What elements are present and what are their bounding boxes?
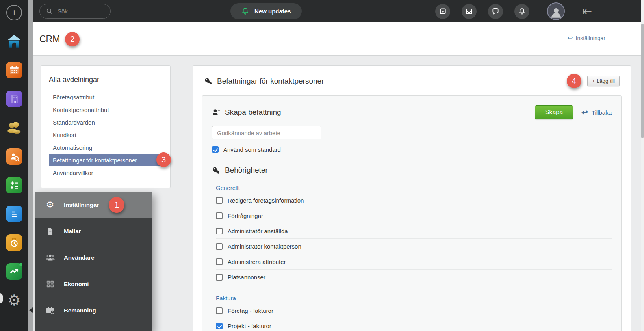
main-header: Befattningar för kontaktpersoner 4 + Läg… bbox=[193, 66, 631, 94]
step-badge-4: 4 bbox=[567, 74, 581, 88]
app-calendar[interactable] bbox=[5, 61, 23, 79]
permission-checkbox[interactable] bbox=[216, 258, 223, 265]
departments-panel: Alla avdelningar Företagsattribut Kontak… bbox=[41, 65, 171, 188]
global-search[interactable] bbox=[39, 4, 111, 19]
menu-item-installningar[interactable]: ⚙ Inställningar 1 bbox=[35, 192, 152, 218]
app-home[interactable] bbox=[5, 32, 23, 50]
active-app-indicator bbox=[0, 293, 3, 303]
permission-row: Administrera attributer bbox=[216, 254, 612, 270]
permission-row: Administratör kontaktperson bbox=[216, 239, 612, 254]
scrollbar-thumb[interactable] bbox=[641, 24, 644, 138]
search-input[interactable] bbox=[58, 8, 101, 15]
briefcase-clock-icon bbox=[45, 306, 55, 314]
app-documents[interactable] bbox=[5, 205, 23, 223]
permission-label: Administrera attributer bbox=[228, 258, 286, 265]
step-badge-3: 3 bbox=[156, 152, 171, 167]
sidebar-item-automatisering[interactable]: Automatisering bbox=[49, 141, 162, 154]
app-time[interactable] bbox=[5, 234, 23, 252]
person-icon bbox=[549, 6, 563, 19]
sidebar-item-befattningar[interactable]: Befattningar för kontaktpersoner 3 bbox=[49, 154, 162, 166]
gear-icon: ⚙ bbox=[45, 200, 55, 209]
document-blue-icon bbox=[6, 206, 22, 222]
new-updates-button[interactable]: New updates bbox=[230, 3, 302, 19]
create-position-form: Skapa befattning Skapa ↩ Tillbaka Använd… bbox=[202, 95, 622, 331]
person-search-icon bbox=[6, 148, 22, 165]
permission-checkbox[interactable] bbox=[216, 323, 223, 329]
panel-divider[interactable] bbox=[28, 0, 33, 331]
inbox-button[interactable] bbox=[462, 4, 477, 19]
calculator-icon bbox=[6, 177, 22, 193]
permission-label: Förfrågningar bbox=[228, 212, 263, 219]
permission-checkbox[interactable] bbox=[216, 212, 223, 219]
add-app-button[interactable]: + bbox=[5, 4, 23, 22]
sidebar-item-label: Befattningar för kontaktpersoner bbox=[53, 157, 137, 164]
notification-dot bbox=[19, 263, 22, 266]
tasks-button[interactable] bbox=[435, 4, 450, 19]
permission-checkbox[interactable] bbox=[216, 307, 223, 314]
sidebar-item-kontaktpersonattribut[interactable]: Kontaktpersonattribut bbox=[49, 103, 162, 116]
app-contacts[interactable] bbox=[5, 119, 23, 137]
add-position-button[interactable]: + Lägg till bbox=[587, 76, 620, 86]
form-title-label: Skapa befattning bbox=[225, 108, 281, 117]
permission-checkbox[interactable] bbox=[216, 243, 223, 250]
chat-button[interactable] bbox=[488, 4, 503, 19]
create-button[interactable]: Skapa bbox=[535, 105, 573, 119]
permission-group-generellt: Generellt Redigera företagsinformation F… bbox=[212, 175, 612, 285]
settings-menu: ⚙ Inställningar 1 Mallar Användare bbox=[35, 192, 152, 331]
crm-settings-page: { "topbar": { "search_placeholder": "Sök… bbox=[0, 0, 644, 331]
app-recruitment[interactable] bbox=[5, 147, 23, 166]
inbox-icon bbox=[465, 7, 473, 15]
group-link-generellt[interactable]: Generellt bbox=[216, 184, 240, 191]
permission-checkbox[interactable] bbox=[216, 197, 223, 204]
chat-bubble-icon bbox=[492, 7, 499, 15]
menu-item-mallar[interactable]: Mallar bbox=[35, 218, 152, 244]
page-header: CRM 2 ↩ Inställningar bbox=[33, 22, 644, 56]
topbar: New updates bbox=[33, 0, 644, 22]
menu-item-bemanning[interactable]: Bemanning bbox=[35, 297, 152, 324]
main-panel: Befattningar för kontaktpersoner 4 + Läg… bbox=[193, 65, 631, 331]
permissions-title-label: Behörigheter bbox=[225, 166, 268, 175]
undo-arrow-icon: ↩ bbox=[567, 35, 573, 41]
permission-checkbox[interactable] bbox=[216, 274, 223, 281]
permission-label: Projekt - fakturor bbox=[228, 323, 271, 329]
sidebar-item-standardvarden[interactable]: Standardvärden bbox=[49, 116, 162, 128]
position-name-input[interactable] bbox=[212, 126, 321, 139]
user-avatar[interactable] bbox=[547, 2, 565, 20]
default-checkbox[interactable] bbox=[212, 146, 219, 153]
calendar-icon bbox=[6, 62, 22, 78]
menu-item-anvandare[interactable]: Användare bbox=[35, 244, 152, 271]
default-checkbox-row: Använd som standard bbox=[212, 146, 612, 153]
back-link[interactable]: ↩ Tillbaka bbox=[581, 108, 612, 116]
permission-row: Förfrågningar bbox=[216, 208, 612, 223]
sidebar-item-kundkort[interactable]: Kundkort bbox=[49, 128, 162, 141]
permissions-title: Behörigheter bbox=[212, 166, 612, 175]
permission-checkbox[interactable] bbox=[216, 228, 223, 234]
header-settings-link[interactable]: ↩ Inställningar bbox=[567, 35, 605, 41]
users-icon bbox=[45, 253, 55, 262]
bell-green-icon bbox=[241, 7, 249, 15]
search-icon bbox=[46, 7, 53, 15]
collapse-panel-icon[interactable]: ⇤ bbox=[582, 6, 592, 17]
person-add-icon bbox=[212, 108, 221, 116]
sidebar-item-anvandarvillkor[interactable]: Användarvillkor bbox=[49, 166, 162, 179]
document-icon bbox=[45, 227, 55, 235]
calc-grid-icon bbox=[45, 280, 55, 288]
app-companies[interactable] bbox=[5, 90, 23, 108]
permission-row: Redigera företagsinformation bbox=[216, 193, 612, 208]
permission-label: Redigera företagsinformation bbox=[228, 197, 304, 204]
step-badge-1: 1 bbox=[109, 197, 124, 213]
page-title: CRM bbox=[39, 34, 60, 45]
app-statistics[interactable] bbox=[5, 262, 23, 281]
group-link-faktura[interactable]: Faktura bbox=[216, 295, 236, 301]
menu-item-ekonomi[interactable]: Ekonomi bbox=[35, 271, 152, 297]
permission-row: Företag - fakturor bbox=[216, 303, 612, 318]
main-title: Befattningar för kontaktpersoner bbox=[204, 77, 561, 86]
app-settings[interactable]: ⚙ bbox=[5, 291, 23, 309]
permission-label: Företag - fakturor bbox=[228, 307, 273, 314]
collapse-handle-icon[interactable] bbox=[29, 307, 33, 313]
header-settings-label: Inställningar bbox=[576, 35, 606, 41]
sidebar-item-foretagsattribut[interactable]: Företagsattribut bbox=[49, 91, 162, 103]
app-accounting[interactable] bbox=[5, 176, 23, 194]
notifications-button[interactable] bbox=[514, 4, 529, 19]
key-icon bbox=[212, 166, 220, 175]
